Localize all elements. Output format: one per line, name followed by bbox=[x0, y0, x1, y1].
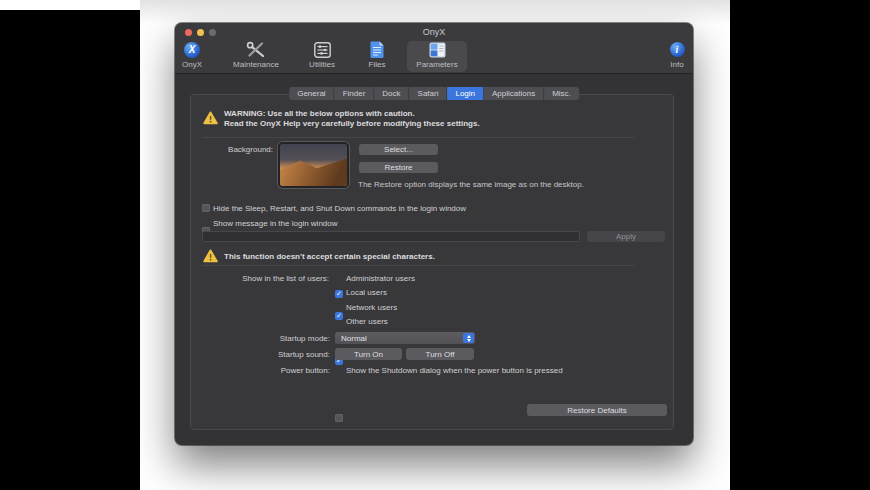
hide-commands-checkbox[interactable] bbox=[202, 204, 210, 212]
tab-login[interactable]: Login bbox=[447, 87, 484, 100]
tab-finder[interactable]: Finder bbox=[335, 87, 375, 100]
restore-button[interactable]: Restore bbox=[359, 162, 438, 173]
startup-sound-label: Startup sound: bbox=[240, 350, 330, 359]
window-chrome: OnyX X OnyX Maintenance bbox=[175, 23, 693, 74]
users-list-label: Show in the list of users: bbox=[190, 274, 329, 283]
local-users-checkbox[interactable] bbox=[335, 312, 343, 320]
info-icon: i bbox=[647, 40, 707, 59]
onyx-window: OnyX X OnyX Maintenance bbox=[175, 23, 693, 445]
startup-mode-label: Startup mode: bbox=[240, 334, 330, 343]
restore-defaults-button[interactable]: Restore Defaults bbox=[527, 404, 667, 416]
top-gradient-band bbox=[140, 0, 730, 24]
show-message-label: Show message in the login window bbox=[213, 219, 338, 228]
shutdown-dialog-checkbox[interactable] bbox=[335, 414, 343, 422]
divider bbox=[202, 137, 635, 138]
network-users-label: Network users bbox=[346, 303, 397, 312]
warning-icon bbox=[203, 249, 218, 265]
local-users-label: Local users bbox=[346, 288, 387, 297]
tab-bar: General Finder Dock Safari Login Applica… bbox=[289, 87, 579, 100]
toolbar-item-parameters[interactable]: Parameters bbox=[407, 40, 467, 73]
restore-note: The Restore option displays the same ima… bbox=[358, 180, 668, 189]
tab-safari[interactable]: Safari bbox=[410, 87, 448, 100]
turn-off-button[interactable]: Turn Off bbox=[406, 348, 474, 360]
background-label: Background: bbox=[190, 145, 273, 154]
left-black-band bbox=[0, 10, 140, 490]
divider bbox=[202, 265, 635, 266]
toolbar-item-utilities[interactable]: Utilities bbox=[292, 40, 352, 73]
background-thumbnail[interactable] bbox=[278, 142, 349, 188]
special-characters-warning: This function doesn't accept certain spe… bbox=[224, 252, 435, 262]
tab-applications[interactable]: Applications bbox=[484, 87, 544, 100]
administrator-users-checkbox[interactable] bbox=[335, 290, 343, 298]
hide-commands-label: Hide the Sleep, Restart, and Shut Down c… bbox=[213, 204, 466, 213]
turn-on-button[interactable]: Turn On bbox=[335, 348, 402, 360]
power-button-label: Power button: bbox=[240, 366, 330, 375]
other-users-label: Other users bbox=[346, 317, 388, 326]
tab-misc[interactable]: Misc. bbox=[544, 87, 579, 100]
window-title: OnyX bbox=[175, 27, 693, 37]
maintenance-tools-icon bbox=[226, 40, 286, 59]
login-message-input[interactable] bbox=[202, 231, 580, 242]
dropdown-stepper-icon bbox=[463, 333, 474, 343]
tab-general[interactable]: General bbox=[289, 87, 334, 100]
startup-mode-value: Normal bbox=[341, 332, 367, 344]
utilities-levels-icon bbox=[292, 40, 352, 59]
toolbar-item-maintenance[interactable]: Maintenance bbox=[226, 40, 286, 73]
apply-button[interactable]: Apply bbox=[587, 231, 665, 242]
page: OnyX X OnyX Maintenance bbox=[0, 0, 870, 490]
onyx-app-icon: X bbox=[162, 40, 222, 59]
select-button[interactable]: Select... bbox=[359, 144, 438, 155]
warning-icon bbox=[203, 111, 218, 127]
parameters-panels-icon bbox=[407, 40, 467, 59]
administrator-users-label: Administrator users bbox=[346, 274, 415, 283]
shutdown-dialog-label: Show the Shutdown dialog when the power … bbox=[346, 366, 563, 375]
files-document-icon bbox=[347, 40, 407, 59]
toolbar-item-onyx[interactable]: X OnyX bbox=[162, 40, 222, 73]
toolbar-item-files[interactable]: Files bbox=[347, 40, 407, 73]
startup-mode-select[interactable]: Normal bbox=[335, 332, 475, 344]
warning-text: WARNING: Use all the below options with … bbox=[224, 109, 480, 128]
tab-dock[interactable]: Dock bbox=[374, 87, 409, 100]
right-black-band bbox=[730, 0, 870, 490]
toolbar-item-info[interactable]: i Info bbox=[647, 40, 707, 73]
